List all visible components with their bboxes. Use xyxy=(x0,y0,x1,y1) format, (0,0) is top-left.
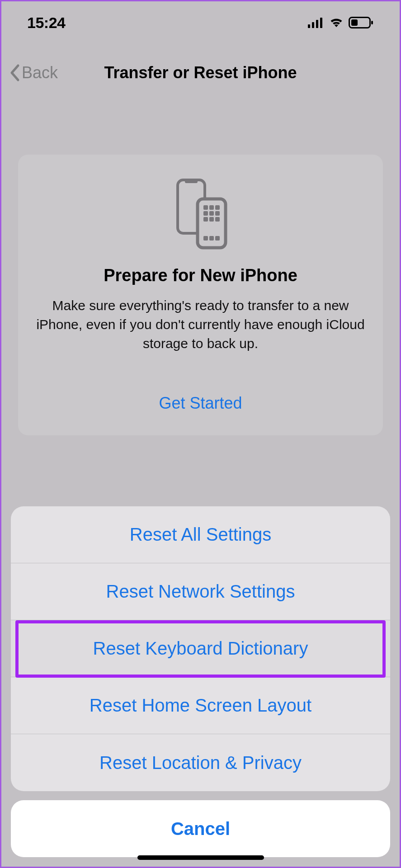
svg-rect-5 xyxy=(351,19,358,26)
svg-rect-11 xyxy=(209,205,214,210)
transfer-devices-icon xyxy=(36,177,365,250)
card-title: Prepare for New iPhone xyxy=(36,266,365,285)
svg-rect-21 xyxy=(215,236,220,241)
wifi-icon xyxy=(329,17,344,28)
card-description: Make sure everything's ready to transfer… xyxy=(36,296,365,353)
home-indicator[interactable] xyxy=(137,855,264,860)
svg-rect-1 xyxy=(312,22,314,28)
reset-home-screen-layout-button[interactable]: Reset Home Screen Layout xyxy=(11,677,390,734)
reset-keyboard-dictionary-button[interactable]: Reset Keyboard Dictionary xyxy=(11,620,390,677)
sheet-item-label: Reset Keyboard Dictionary xyxy=(93,638,308,659)
chevron-left-icon xyxy=(9,64,20,82)
svg-rect-8 xyxy=(185,180,198,183)
status-time: 15:24 xyxy=(27,14,65,32)
svg-rect-15 xyxy=(215,211,220,216)
svg-rect-14 xyxy=(209,211,214,216)
svg-rect-3 xyxy=(320,18,322,28)
svg-rect-13 xyxy=(203,211,208,216)
page-title: Transfer or Reset iPhone xyxy=(104,63,297,82)
svg-rect-6 xyxy=(371,21,373,24)
svg-rect-12 xyxy=(215,205,220,210)
cancel-button[interactable]: Cancel xyxy=(11,800,390,857)
status-bar: 15:24 xyxy=(0,0,401,45)
back-button[interactable]: Back xyxy=(9,63,58,82)
svg-rect-20 xyxy=(209,236,214,241)
cellular-icon xyxy=(308,17,324,28)
svg-rect-16 xyxy=(203,217,208,222)
svg-rect-18 xyxy=(215,217,220,222)
get-started-button[interactable]: Get Started xyxy=(36,394,365,413)
reset-action-sheet: Reset All Settings Reset Network Setting… xyxy=(11,506,390,857)
sheet-group: Reset All Settings Reset Network Setting… xyxy=(11,506,390,791)
svg-rect-17 xyxy=(209,217,214,222)
nav-bar: Back Transfer or Reset iPhone xyxy=(0,45,401,100)
svg-rect-19 xyxy=(203,236,208,241)
svg-rect-2 xyxy=(316,20,318,28)
svg-rect-0 xyxy=(308,24,310,28)
reset-all-settings-button[interactable]: Reset All Settings xyxy=(11,506,390,563)
reset-location-privacy-button[interactable]: Reset Location & Privacy xyxy=(11,734,390,791)
battery-icon xyxy=(349,17,374,28)
status-icons xyxy=(308,17,374,28)
back-label: Back xyxy=(22,63,58,82)
prepare-card: Prepare for New iPhone Make sure everyth… xyxy=(18,155,383,435)
reset-network-settings-button[interactable]: Reset Network Settings xyxy=(11,563,390,620)
svg-rect-10 xyxy=(203,205,208,210)
